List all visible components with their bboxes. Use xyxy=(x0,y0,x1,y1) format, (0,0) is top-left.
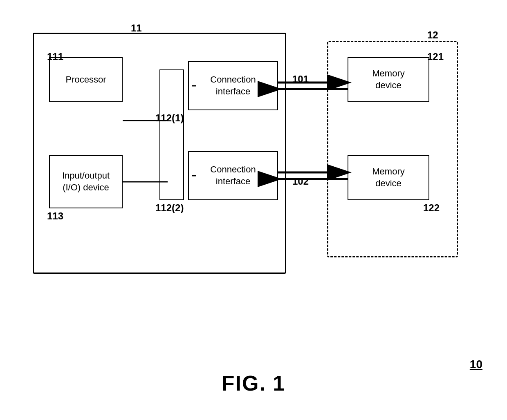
connection-interface-1-box: Connectioninterface xyxy=(188,61,278,110)
memory-device-1-box: Memorydevice xyxy=(348,57,429,102)
connection-interface-2-label: Connectioninterface xyxy=(210,164,256,187)
label-ref-10: 10 xyxy=(470,358,482,371)
label-ref-121: 121 xyxy=(427,51,444,63)
bus-box xyxy=(159,69,184,200)
label-ref-111: 111 xyxy=(47,51,63,63)
io-device-label: Input/output(I/O) device xyxy=(62,170,110,193)
label-ref-112-1: 112(1) xyxy=(155,112,184,124)
memory-device-2-box: Memorydevice xyxy=(348,155,429,200)
label-ref-101: 101 xyxy=(292,74,309,85)
label-ref-12: 12 xyxy=(427,29,438,41)
connection-interface-2-box: Connectioninterface xyxy=(188,151,278,200)
processor-box: Processor xyxy=(49,57,123,102)
connection-interface-1-label: Connectioninterface xyxy=(210,74,256,97)
label-ref-102: 102 xyxy=(292,176,309,187)
label-ref-122: 122 xyxy=(423,202,440,214)
label-ref-113: 113 xyxy=(47,210,63,222)
figure-title: FIG. 1 xyxy=(222,371,285,395)
processor-label: Processor xyxy=(65,74,106,86)
label-ref-11: 11 xyxy=(131,22,142,34)
memory-device-1-label: Memorydevice xyxy=(372,68,404,91)
io-device-box: Input/output(I/O) device xyxy=(49,155,123,208)
label-ref-112-2: 112(2) xyxy=(155,202,184,214)
memory-device-2-label: Memorydevice xyxy=(372,166,404,189)
